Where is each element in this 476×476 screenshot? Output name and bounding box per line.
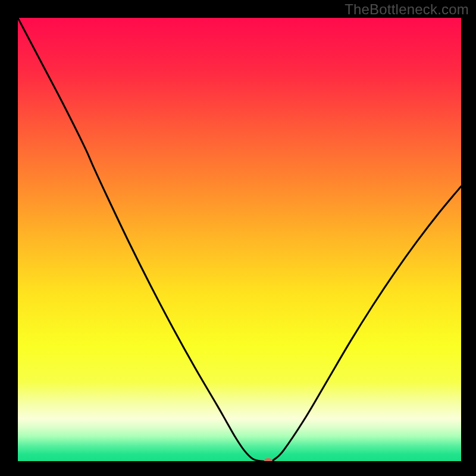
bottleneck-chart-svg	[18, 18, 461, 461]
gradient-background	[18, 18, 461, 461]
watermark-text: TheBottleneck.com	[345, 1, 469, 18]
chart-frame: TheBottleneck.com	[0, 0, 476, 476]
plot-area	[18, 18, 461, 461]
